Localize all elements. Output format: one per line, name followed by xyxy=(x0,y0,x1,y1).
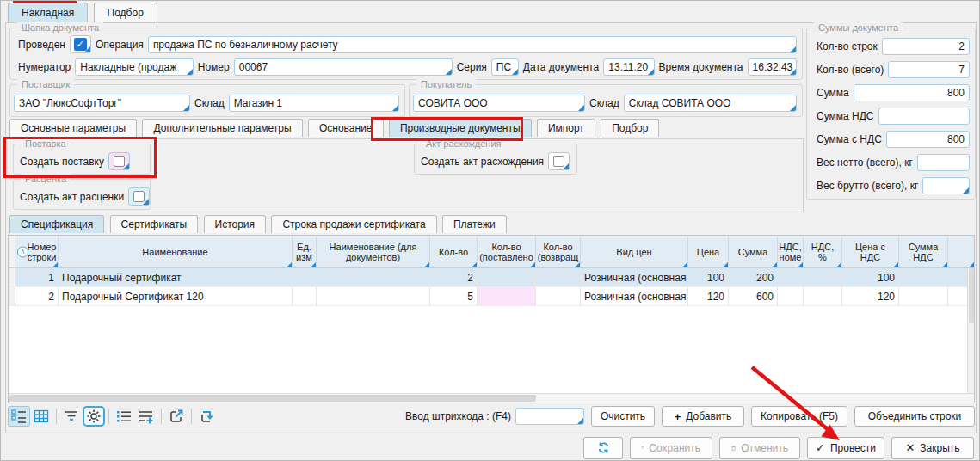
buyer-field[interactable]: СОВИТА ООО xyxy=(413,95,585,112)
cell-qty-returned[interactable] xyxy=(536,287,581,305)
cell-qty[interactable]: 5 xyxy=(430,287,478,305)
cell-price-type[interactable]: Розничная (основная xyxy=(581,287,688,305)
cell-doc-name[interactable] xyxy=(317,268,430,286)
col-doc-name[interactable]: Наименование (для документов) xyxy=(317,236,430,267)
clear-button[interactable]: Очистить xyxy=(591,406,655,427)
sum-field[interactable]: 800 xyxy=(854,84,970,101)
col-name[interactable]: Наименование xyxy=(59,236,293,267)
cell-qty-delivered[interactable] xyxy=(478,287,536,305)
reload-rows-button[interactable] xyxy=(195,406,218,427)
col-sum-nds[interactable]: Сумма НДС xyxy=(899,236,948,267)
add-lines-button[interactable] xyxy=(135,406,157,427)
cell-nds-num[interactable] xyxy=(778,268,804,286)
open-external-button[interactable] xyxy=(165,406,188,427)
list-view-button[interactable] xyxy=(8,406,30,427)
col-price-nds[interactable]: Цена с НДС xyxy=(842,236,899,267)
cell-sum-nds[interactable] xyxy=(899,287,948,305)
cancel-button[interactable]: Отменить xyxy=(719,437,800,459)
cell-price[interactable]: 120 xyxy=(688,287,729,305)
add-button[interactable]: +Добавить xyxy=(662,406,744,427)
tab-main-params[interactable]: Основные параметры xyxy=(9,119,137,137)
col-nds-pct[interactable]: НДС, % xyxy=(804,236,842,267)
cell-qty-delivered[interactable] xyxy=(478,268,536,286)
doc-time-field[interactable]: 16:32:43 xyxy=(748,58,797,76)
cell-line-number[interactable]: 2 xyxy=(15,287,59,305)
cell-sum-nds[interactable] xyxy=(899,268,948,286)
cell-price-nds[interactable]: 120 xyxy=(842,287,899,305)
supplier-sklad-field[interactable]: Магазин 1 xyxy=(229,95,399,112)
cell-doc-name[interactable] xyxy=(317,287,430,305)
save-button[interactable]: Сохранить xyxy=(630,437,712,459)
lines-count-field[interactable]: 2 xyxy=(882,38,970,55)
col-qty[interactable]: Кол-во xyxy=(430,236,478,267)
gross-weight-field[interactable] xyxy=(922,177,970,194)
create-akt-checkbox[interactable] xyxy=(548,152,570,170)
table-row[interactable]: 2 Подарочный Сертификат 120 5 Розничная … xyxy=(9,287,974,306)
col-price[interactable]: Цена xyxy=(688,236,729,267)
filter-button[interactable] xyxy=(60,406,83,427)
cell-nds-num[interactable] xyxy=(778,287,804,305)
supplier-field[interactable]: ЗАО "ЛюксСофтТорг" xyxy=(14,95,190,112)
tab-podbor-top[interactable]: Подбор xyxy=(94,3,157,22)
cell-qty-returned[interactable] xyxy=(536,268,581,286)
cell-price-nds[interactable]: 100 xyxy=(842,268,899,286)
cell-unit[interactable] xyxy=(293,268,317,286)
scrollbar-thumb[interactable] xyxy=(969,268,974,323)
settings-button[interactable] xyxy=(83,406,105,427)
cell-unit[interactable] xyxy=(293,287,317,305)
sum-with-nds-field[interactable]: 800 xyxy=(886,131,970,148)
barcode-input[interactable] xyxy=(515,408,584,425)
tab-additional-params[interactable]: Дополнительные параметры xyxy=(142,119,302,137)
post-button[interactable]: ✓Провести xyxy=(807,437,884,459)
cell-name[interactable]: Подарочный сертификат xyxy=(59,268,293,286)
create-postavka-checkbox[interactable] xyxy=(108,152,130,170)
cell-sum[interactable]: 600 xyxy=(729,287,778,305)
tab-specifikaciya[interactable]: Спецификация xyxy=(9,215,104,233)
cell-name[interactable]: Подарочный Сертификат 120 xyxy=(59,287,293,305)
cell-sum[interactable]: 200 xyxy=(729,268,778,286)
tab-podbor-params[interactable]: Подбор xyxy=(601,119,659,137)
copy-button[interactable]: Копировать (F5) xyxy=(751,406,847,427)
operation-field[interactable]: продажа ПС по безналичному расчету xyxy=(148,36,797,53)
cell-line-number[interactable]: 1 xyxy=(15,268,59,286)
table-row[interactable]: 1 Подарочный сертификат 2 Розничная (осн… xyxy=(9,268,974,287)
buyer-sklad-field[interactable]: Склад СОВИТА ООО xyxy=(624,95,797,112)
tab-osnovanie[interactable]: Основание xyxy=(308,119,384,137)
tab-istoriya[interactable]: История xyxy=(204,215,267,233)
scrollbar-thumb[interactable] xyxy=(9,395,536,402)
number-field[interactable]: 00067 xyxy=(234,58,453,76)
col-unit[interactable]: Ед. изм xyxy=(293,236,317,267)
col-sum[interactable]: Сумма xyxy=(729,236,778,267)
tab-derived-documents[interactable]: Производные документы xyxy=(389,119,532,137)
numbered-list-button[interactable] xyxy=(113,406,135,427)
close-button[interactable]: ✕Закрыть xyxy=(891,437,974,459)
refresh-button[interactable] xyxy=(583,437,623,459)
cell-qty[interactable]: 2 xyxy=(430,268,478,286)
cell-price-type[interactable]: Розничная (основная xyxy=(581,268,688,286)
qty-total-field[interactable]: 7 xyxy=(888,61,970,78)
tab-import[interactable]: Импорт xyxy=(537,119,595,137)
tab-sertifikaty[interactable]: Сертификаты xyxy=(110,215,199,233)
cell-nds-pct[interactable] xyxy=(804,268,842,286)
tab-platezhi[interactable]: Платежи xyxy=(442,215,507,233)
col-nds-num[interactable]: НДС, номе xyxy=(778,236,804,267)
col-qty-returned[interactable]: Кол-во (возвращ xyxy=(536,236,581,267)
sum-nds-field[interactable] xyxy=(878,108,971,125)
col-line-number[interactable]: ∧Номер строки xyxy=(15,236,59,267)
merge-rows-button[interactable]: Объединить строки xyxy=(854,406,975,427)
tab-nakladnaya[interactable]: Накладная xyxy=(8,3,88,22)
cell-price[interactable]: 100 xyxy=(688,268,729,286)
grid-view-button[interactable] xyxy=(30,406,52,427)
numerator-field[interactable]: Накладные (продаж xyxy=(75,58,194,76)
tab-stroka-prodazhi[interactable]: Строка продажи сертификата xyxy=(271,215,436,233)
col-price-type[interactable]: Вид цен xyxy=(581,236,688,267)
proveden-checkbox[interactable]: ✓ xyxy=(70,35,91,53)
vertical-scrollbar[interactable] xyxy=(967,268,974,393)
cell-nds-pct[interactable] xyxy=(804,287,842,305)
col-qty-delivered[interactable]: Кол-во (поставлено xyxy=(478,236,536,267)
horizontal-scrollbar[interactable] xyxy=(9,393,974,403)
series-field[interactable]: ПС xyxy=(491,58,519,76)
net-weight-field[interactable] xyxy=(917,154,970,171)
doc-date-field[interactable]: 13.11.20 xyxy=(603,58,654,76)
create-rascenka-checkbox[interactable] xyxy=(128,187,150,206)
